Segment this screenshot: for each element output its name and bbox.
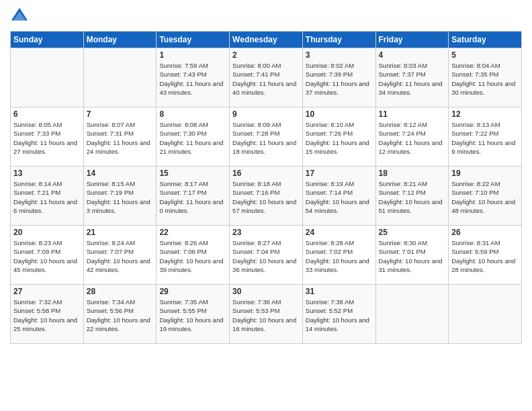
header-day-wednesday: Wednesday [230,32,303,48]
calendar-cell: 24Sunrise: 8:28 AM Sunset: 7:02 PM Dayli… [302,226,375,285]
calendar-cell: 11Sunrise: 8:12 AM Sunset: 7:24 PM Dayli… [375,107,449,167]
cell-info: Sunrise: 8:07 AM Sunset: 7:31 PM Dayligh… [87,120,154,156]
day-number: 19 [451,169,519,178]
cell-info: Sunrise: 8:13 AM Sunset: 7:22 PM Dayligh… [451,120,519,156]
calendar-cell: 27Sunrise: 7:32 AM Sunset: 5:58 PM Dayli… [11,285,84,344]
day-number: 21 [87,228,154,237]
calendar-cell: 4Sunrise: 8:03 AM Sunset: 7:37 PM Daylig… [375,48,449,107]
cell-info: Sunrise: 8:26 AM Sunset: 7:06 PM Dayligh… [159,238,226,274]
calendar-cell [83,48,157,107]
week-row-4: 20Sunrise: 8:23 AM Sunset: 7:09 PM Dayli… [11,226,522,285]
day-number: 20 [13,228,81,237]
calendar-cell: 6Sunrise: 8:05 AM Sunset: 7:33 PM Daylig… [11,107,84,167]
day-number: 23 [232,228,300,237]
day-number: 18 [379,169,446,178]
day-number: 13 [13,169,81,178]
day-number: 9 [232,109,300,119]
day-number: 8 [159,109,226,119]
calendar-cell: 28Sunrise: 7:34 AM Sunset: 5:56 PM Dayli… [83,285,157,344]
calendar-cell: 19Sunrise: 8:22 AM Sunset: 7:10 PM Dayli… [449,167,522,226]
calendar-cell: 17Sunrise: 8:19 AM Sunset: 7:14 PM Dayli… [302,167,375,226]
page: SundayMondayTuesdayWednesdayThursdayFrid… [0,0,532,411]
logo-icon [10,7,29,26]
cell-info: Sunrise: 8:03 AM Sunset: 7:37 PM Dayligh… [379,61,446,97]
cell-info: Sunrise: 8:19 AM Sunset: 7:14 PM Dayligh… [306,179,373,215]
week-row-1: 1Sunrise: 7:59 AM Sunset: 7:43 PM Daylig… [11,48,522,107]
week-row-5: 27Sunrise: 7:32 AM Sunset: 5:58 PM Dayli… [11,285,522,344]
header-row: SundayMondayTuesdayWednesdayThursdayFrid… [11,32,522,48]
cell-info: Sunrise: 7:36 AM Sunset: 5:53 PM Dayligh… [232,298,300,333]
calendar-cell: 29Sunrise: 7:35 AM Sunset: 5:55 PM Dayli… [157,285,230,344]
calendar-cell [375,285,449,344]
calendar-cell: 25Sunrise: 8:30 AM Sunset: 7:01 PM Dayli… [375,226,449,285]
cell-info: Sunrise: 8:17 AM Sunset: 7:17 PM Dayligh… [159,179,226,215]
calendar-cell: 23Sunrise: 8:27 AM Sunset: 7:04 PM Dayli… [230,226,303,285]
cell-info: Sunrise: 8:05 AM Sunset: 7:33 PM Dayligh… [13,120,81,156]
header-day-thursday: Thursday [302,32,375,48]
cell-info: Sunrise: 8:27 AM Sunset: 7:04 PM Dayligh… [232,238,300,274]
cell-info: Sunrise: 8:23 AM Sunset: 7:09 PM Dayligh… [13,238,81,274]
calendar-cell: 12Sunrise: 8:13 AM Sunset: 7:22 PM Dayli… [449,107,522,167]
day-number: 30 [232,287,300,296]
day-number: 11 [379,109,446,119]
day-number: 3 [306,50,373,60]
header-day-saturday: Saturday [449,32,522,48]
day-number: 16 [232,169,300,178]
calendar-cell: 26Sunrise: 8:31 AM Sunset: 6:59 PM Dayli… [449,226,522,285]
cell-info: Sunrise: 8:31 AM Sunset: 6:59 PM Dayligh… [451,238,519,274]
day-number: 22 [159,228,226,237]
cell-info: Sunrise: 8:08 AM Sunset: 7:30 PM Dayligh… [159,120,226,156]
header-day-sunday: Sunday [11,32,84,48]
day-number: 12 [451,109,519,119]
cell-info: Sunrise: 8:28 AM Sunset: 7:02 PM Dayligh… [306,238,373,274]
cell-info: Sunrise: 8:30 AM Sunset: 7:01 PM Dayligh… [379,238,446,274]
cell-info: Sunrise: 7:32 AM Sunset: 5:58 PM Dayligh… [13,298,81,333]
calendar-cell: 22Sunrise: 8:26 AM Sunset: 7:06 PM Dayli… [157,226,230,285]
calendar-cell: 13Sunrise: 8:14 AM Sunset: 7:21 PM Dayli… [11,167,84,226]
day-number: 24 [306,228,373,237]
cell-info: Sunrise: 7:59 AM Sunset: 7:43 PM Dayligh… [159,61,226,97]
day-number: 31 [306,287,373,296]
calendar-cell: 15Sunrise: 8:17 AM Sunset: 7:17 PM Dayli… [157,167,230,226]
cell-info: Sunrise: 8:10 AM Sunset: 7:26 PM Dayligh… [306,120,373,156]
cell-info: Sunrise: 8:14 AM Sunset: 7:21 PM Dayligh… [13,179,81,215]
calendar-cell: 16Sunrise: 8:18 AM Sunset: 7:16 PM Dayli… [230,167,303,226]
header-day-monday: Monday [83,32,157,48]
day-number: 14 [87,169,154,178]
day-number: 15 [159,169,226,178]
cell-info: Sunrise: 8:15 AM Sunset: 7:19 PM Dayligh… [87,179,154,215]
calendar-cell: 30Sunrise: 7:36 AM Sunset: 5:53 PM Dayli… [230,285,303,344]
day-number: 5 [451,50,519,60]
week-row-2: 6Sunrise: 8:05 AM Sunset: 7:33 PM Daylig… [11,107,522,167]
day-number: 27 [13,287,81,296]
header-day-friday: Friday [375,32,449,48]
day-number: 29 [159,287,226,296]
calendar-cell: 9Sunrise: 8:09 AM Sunset: 7:28 PM Daylig… [230,107,303,167]
day-number: 26 [451,228,519,237]
cell-info: Sunrise: 8:22 AM Sunset: 7:10 PM Dayligh… [451,179,519,215]
calendar-cell [11,48,84,107]
day-number: 4 [379,50,446,60]
calendar-cell: 18Sunrise: 8:21 AM Sunset: 7:12 PM Dayli… [375,167,449,226]
cell-info: Sunrise: 8:21 AM Sunset: 7:12 PM Dayligh… [379,179,446,215]
calendar-cell: 14Sunrise: 8:15 AM Sunset: 7:19 PM Dayli… [83,167,157,226]
calendar-cell [449,285,522,344]
day-number: 1 [159,50,226,60]
logo [10,7,32,26]
calendar-cell: 3Sunrise: 8:02 AM Sunset: 7:39 PM Daylig… [302,48,375,107]
calendar-cell: 21Sunrise: 8:24 AM Sunset: 7:07 PM Dayli… [83,226,157,285]
day-number: 25 [379,228,446,237]
cell-info: Sunrise: 8:18 AM Sunset: 7:16 PM Dayligh… [232,179,300,215]
day-number: 10 [306,109,373,119]
day-number: 28 [87,287,154,296]
day-number: 17 [306,169,373,178]
cell-info: Sunrise: 8:24 AM Sunset: 7:07 PM Dayligh… [87,238,154,274]
calendar-cell: 10Sunrise: 8:10 AM Sunset: 7:26 PM Dayli… [302,107,375,167]
cell-info: Sunrise: 8:12 AM Sunset: 7:24 PM Dayligh… [379,120,446,156]
day-number: 2 [232,50,300,60]
calendar-cell: 2Sunrise: 8:00 AM Sunset: 7:41 PM Daylig… [230,48,303,107]
week-row-3: 13Sunrise: 8:14 AM Sunset: 7:21 PM Dayli… [11,167,522,226]
calendar-cell: 1Sunrise: 7:59 AM Sunset: 7:43 PM Daylig… [157,48,230,107]
cell-info: Sunrise: 7:35 AM Sunset: 5:55 PM Dayligh… [159,298,226,333]
calendar-table: SundayMondayTuesdayWednesdayThursdayFrid… [10,31,522,344]
